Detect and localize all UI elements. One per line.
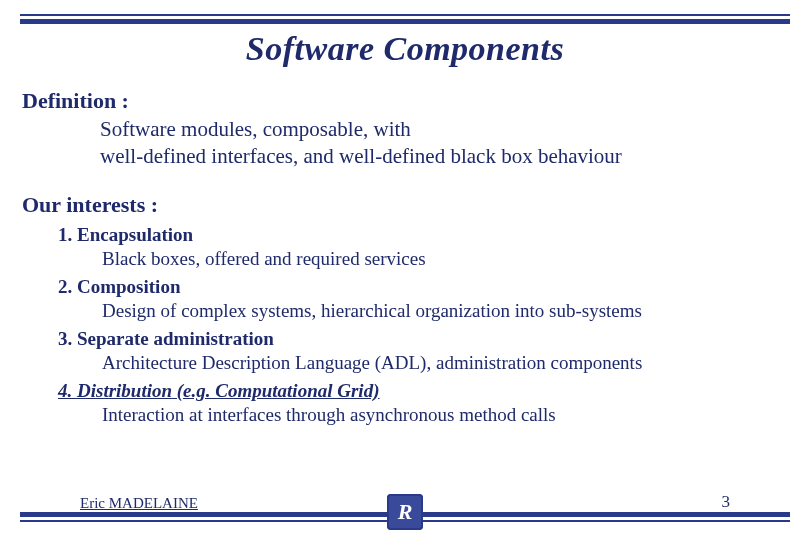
definition-line2: well-defined interfaces, and well-define… — [100, 144, 622, 168]
interest-1-detail: Black boxes, offered and required servic… — [102, 248, 788, 270]
top-rule — [20, 14, 790, 24]
interest-3-label: 3. Separate administration — [58, 328, 788, 350]
interest-4-label: 4. Distribution (e.g. Computational Grid… — [58, 380, 788, 402]
interest-1-label: 1. Encapsulation — [58, 224, 788, 246]
slide-content: Definition : Software modules, composabl… — [0, 68, 810, 426]
slide-title: Software Components — [0, 30, 810, 68]
definition-body: Software modules, composable, with well-… — [100, 116, 788, 170]
interests-heading: Our interests : — [22, 192, 788, 218]
definition-line1: Software modules, composable, with — [100, 117, 411, 141]
interest-4-detail: Interaction at interfaces through asynch… — [102, 404, 788, 426]
logo-icon: R — [387, 494, 423, 530]
interest-2-label: 2. Composition — [58, 276, 788, 298]
definition-heading: Definition : — [22, 88, 788, 114]
author-name: Eric MADELAINE — [80, 495, 198, 512]
page-number: 3 — [722, 492, 731, 512]
interest-2-detail: Design of complex systems, hierarchical … — [102, 300, 788, 322]
interest-3-detail: Architecture Description Language (ADL),… — [102, 352, 788, 374]
